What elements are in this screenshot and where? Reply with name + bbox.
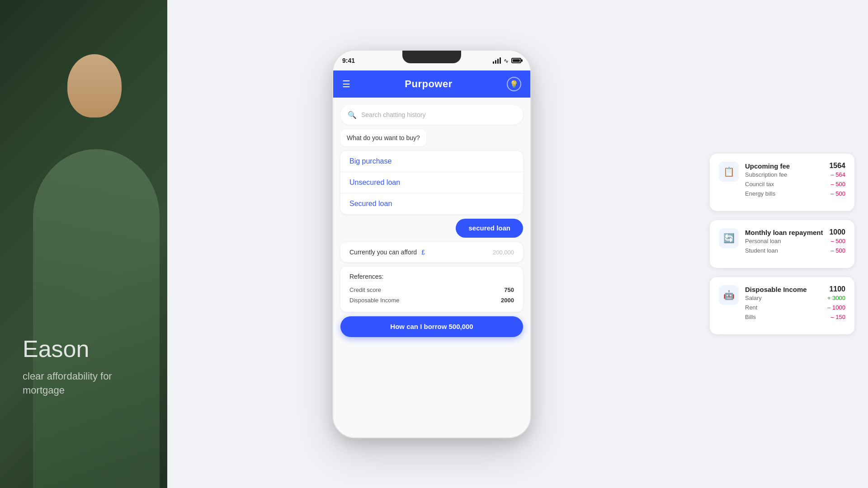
references-card: References: Credit score 750 Disposable … xyxy=(340,267,523,312)
status-bar: 9:41 ∿ xyxy=(333,51,530,70)
option-secured-loan[interactable]: Secured loan xyxy=(340,193,523,214)
disposable-income-card: 🤖 Disposable Income 1100 Salary + 3000 R… xyxy=(710,277,854,334)
option-label-1: Unsecured loan xyxy=(349,178,400,186)
right-panel: 📋 Upcoming fee 1564 Subscription fee – 5… xyxy=(696,0,868,488)
borrow-button[interactable]: How can I borrow 500,000 xyxy=(340,316,523,337)
loan-repayment-title: Monthly loan repayment xyxy=(745,229,823,236)
chat-question: What do you want to buy? xyxy=(347,134,420,141)
person-name: Eason xyxy=(23,335,149,362)
app-title: Purpower xyxy=(405,78,452,90)
upcoming-fee-line-2: Council tax – 500 xyxy=(745,179,845,189)
ref-key-income: Disposable Income xyxy=(349,297,400,304)
line-label-council: Council tax xyxy=(745,181,774,188)
signal-icon xyxy=(493,57,501,64)
line-value-salary: + 3000 xyxy=(827,295,845,301)
loan-repayment-icon: 🔄 xyxy=(719,228,739,248)
selected-option-button[interactable]: secured loan xyxy=(456,219,523,238)
afford-label: Currently you can afford xyxy=(349,249,417,256)
disposable-income-title-area: Disposable Income 1100 Salary + 3000 Ren… xyxy=(745,285,845,322)
borrow-button-label: How can I borrow 500,000 xyxy=(390,323,473,330)
ref-val-credit: 750 xyxy=(504,286,514,293)
upcoming-fee-line-1: Subscription fee – 564 xyxy=(745,170,845,179)
line-value-rent: – 1000 xyxy=(827,304,845,311)
option-label-2: Secured loan xyxy=(349,200,392,207)
upcoming-fee-title-area: Upcoming fee 1564 Subscription fee – 564… xyxy=(745,162,845,198)
main-section: 9:41 ∿ ☰ Purpower 💡 xyxy=(167,0,696,488)
income-line-rent: Rent – 1000 xyxy=(745,303,845,312)
ref-key-credit: Credit score xyxy=(349,286,381,293)
currency-symbol: £ xyxy=(421,249,425,256)
disposable-income-icon: 🤖 xyxy=(719,285,739,305)
line-label-rent: Rent xyxy=(745,304,757,311)
income-line-salary: Salary + 3000 xyxy=(745,293,845,303)
loan-line-student: Student loan – 500 xyxy=(745,246,845,255)
ref-row-income: Disposable Income 2000 xyxy=(349,295,514,305)
afford-row: Currently you can afford £ 200,000 xyxy=(349,249,514,256)
person-head xyxy=(67,54,122,117)
selected-option-label: secured loan xyxy=(468,224,510,232)
chat-bubble: What do you want to buy? xyxy=(340,129,426,146)
menu-icon[interactable]: ☰ xyxy=(342,79,350,89)
loan-repayment-header: 🔄 Monthly loan repayment 1000 Personal l… xyxy=(719,228,845,255)
option-big-purchase[interactable]: Big purchase xyxy=(340,151,523,172)
bulb-icon[interactable]: 💡 xyxy=(507,77,521,91)
line-label-student: Student loan xyxy=(745,247,778,254)
upcoming-fee-header: 📋 Upcoming fee 1564 Subscription fee – 5… xyxy=(719,162,845,198)
loan-repayment-total: 1000 xyxy=(829,228,845,236)
line-value-council: – 500 xyxy=(830,181,845,188)
upcoming-fee-line-3: Energy bills – 500 xyxy=(745,189,845,198)
search-placeholder: Search chatting history xyxy=(361,111,425,118)
line-label-salary: Salary xyxy=(745,295,762,301)
line-value-personal: – 500 xyxy=(830,238,845,244)
line-label-personal: Personal loan xyxy=(745,238,781,244)
upcoming-fee-title: Upcoming fee xyxy=(745,162,790,170)
loan-line-personal: Personal loan – 500 xyxy=(745,236,845,246)
search-bar[interactable]: 🔍 Search chatting history xyxy=(340,105,523,125)
disposable-income-header: 🤖 Disposable Income 1100 Salary + 3000 R… xyxy=(719,285,845,322)
ref-val-income: 2000 xyxy=(501,297,514,304)
line-label-subscription: Subscription fee xyxy=(745,171,787,178)
loan-repayment-card: 🔄 Monthly loan repayment 1000 Personal l… xyxy=(710,220,854,268)
upcoming-fee-total: 1564 xyxy=(829,162,845,170)
upcoming-fee-title-row: Upcoming fee 1564 xyxy=(745,162,845,170)
status-time: 9:41 xyxy=(342,57,355,64)
left-text: Eason clear affordability for mortgage xyxy=(23,335,149,398)
option-label-0: Big purchase xyxy=(349,157,392,165)
afford-value: 200,000 xyxy=(493,249,514,256)
phone-mockup: 9:41 ∿ ☰ Purpower 💡 xyxy=(332,50,531,438)
disposable-income-total: 1100 xyxy=(829,285,845,293)
phone-notch xyxy=(402,51,461,63)
option-unsecured-loan[interactable]: Unsecured loan xyxy=(340,172,523,193)
line-value-bills: – 150 xyxy=(830,314,845,320)
line-value-subscription: – 564 xyxy=(830,171,845,178)
references-title: References: xyxy=(349,273,514,280)
upcoming-fee-icon: 📋 xyxy=(719,162,739,182)
photo-section: Eason clear affordability for mortgage xyxy=(0,0,167,488)
search-icon: 🔍 xyxy=(348,111,357,119)
person-tagline: clear affordability for mortgage xyxy=(23,370,149,398)
wifi-icon: ∿ xyxy=(504,57,509,64)
battery-icon xyxy=(511,58,521,63)
line-label-bills: Bills xyxy=(745,314,756,320)
loan-repayment-title-area: Monthly loan repayment 1000 Personal loa… xyxy=(745,228,845,255)
phone-content: 🔍 Search chatting history What do you wa… xyxy=(333,98,530,438)
app-header: ☰ Purpower 💡 xyxy=(333,70,530,98)
person-silhouette xyxy=(33,149,160,488)
income-line-bills: Bills – 150 xyxy=(745,312,845,322)
ref-row-credit: Credit score 750 xyxy=(349,285,514,295)
afford-section: Currently you can afford £ 200,000 xyxy=(340,242,523,262)
status-icons: ∿ xyxy=(493,57,521,64)
line-value-energy: – 500 xyxy=(830,190,845,197)
loan-repayment-title-row: Monthly loan repayment 1000 xyxy=(745,228,845,236)
disposable-income-title: Disposable Income xyxy=(745,286,807,293)
options-card: Big purchase Unsecured loan Secured loan xyxy=(340,151,523,214)
disposable-income-title-row: Disposable Income 1100 xyxy=(745,285,845,293)
upcoming-fee-card: 📋 Upcoming fee 1564 Subscription fee – 5… xyxy=(710,154,854,211)
line-label-energy: Energy bills xyxy=(745,190,775,197)
line-value-student: – 500 xyxy=(830,247,845,254)
